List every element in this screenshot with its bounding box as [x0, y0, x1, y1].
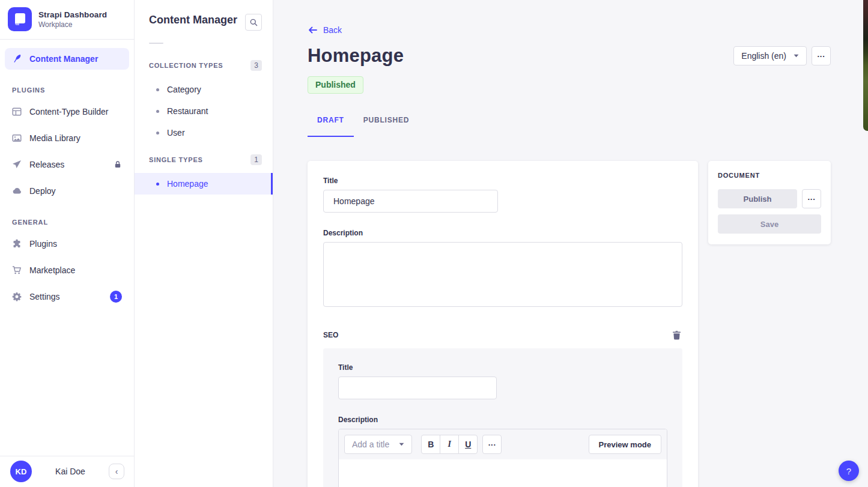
subnav-item-homepage[interactable]: Homepage	[135, 173, 273, 195]
tab-published[interactable]: PUBLISHED	[354, 116, 419, 137]
sidebar-item-media-library[interactable]: Media Library	[5, 127, 129, 149]
collapse-sidebar-button[interactable]: ‹	[109, 464, 124, 479]
user-name: Kai Doe	[32, 467, 109, 476]
sidebar-item-label: Content Manager	[29, 54, 98, 64]
seo-component-panel: Title Description Add a title	[323, 348, 682, 487]
sidebar-item-plugins[interactable]: Plugins	[5, 233, 129, 255]
description-field-label: Description	[323, 229, 682, 237]
title-field-label: Title	[323, 177, 682, 185]
general-section-label: GENERAL	[5, 207, 129, 233]
back-link[interactable]: Back	[308, 25, 342, 35]
ellipsis-icon: ···	[488, 440, 496, 449]
seo-description-label: Description	[338, 416, 667, 424]
workspace-brand[interactable]: Strapi Dashboard Workplace	[0, 0, 134, 39]
feather-pen-icon	[12, 54, 22, 64]
editor-content-area[interactable]	[339, 459, 667, 487]
collection-types-header: COLLECTION TYPES 3	[135, 59, 273, 72]
sidebar-item-label: Content-Type Builder	[29, 107, 109, 116]
cart-icon	[12, 265, 22, 275]
version-tabs: DRAFT PUBLISHED	[308, 116, 831, 137]
bullet-icon	[156, 88, 159, 91]
chevron-left-icon: ‹	[115, 467, 118, 476]
seo-component: SEO Title Description	[323, 329, 682, 487]
publish-button[interactable]: Publish	[718, 189, 797, 208]
layout-icon	[12, 107, 22, 116]
document-panel-heading: DOCUMENT	[718, 172, 821, 179]
bullet-icon	[156, 132, 159, 135]
bullet-icon	[156, 183, 159, 186]
italic-button[interactable]: I	[440, 435, 459, 454]
bullet-icon	[156, 110, 159, 113]
search-button[interactable]	[245, 14, 262, 31]
sidebar-item-marketplace[interactable]: Marketplace	[5, 259, 129, 281]
user-row: KD Kai Doe ‹	[0, 456, 134, 487]
avatar[interactable]: KD	[10, 461, 32, 482]
bold-button[interactable]: B	[421, 435, 440, 454]
locale-select-value: English (en)	[741, 51, 786, 61]
sidebar-item-label: Media Library	[29, 133, 80, 143]
strapi-logo-icon	[8, 7, 32, 31]
sidebar-item-releases[interactable]: Releases	[5, 154, 129, 175]
seo-heading: SEO	[323, 331, 338, 339]
heading-select-placeholder: Add a title	[352, 440, 389, 449]
chevron-down-icon	[794, 54, 799, 58]
subnav-item-user[interactable]: User	[135, 122, 273, 144]
ellipsis-icon: ···	[808, 195, 816, 204]
paper-plane-icon	[12, 160, 22, 169]
main-nav: Content Manager PLUGINS Content-Type Bui…	[0, 40, 134, 456]
edit-form-card: Title Description SEO	[308, 161, 698, 487]
gear-icon	[12, 292, 22, 301]
sidebar-item-content-manager[interactable]: Content Manager	[5, 48, 129, 70]
header-more-button[interactable]: ···	[812, 46, 831, 65]
sidebar-item-label: Marketplace	[29, 265, 75, 275]
sidebar-item-deploy[interactable]: Deploy	[5, 180, 129, 202]
title-input[interactable]	[323, 190, 498, 213]
page-title: Homepage	[308, 45, 404, 67]
subnav-item-category[interactable]: Category	[135, 79, 273, 100]
single-types-header: SINGLE TYPES 1	[135, 153, 273, 166]
back-label: Back	[323, 25, 342, 35]
main-content: Back Homepage English (en) ··· Published…	[273, 0, 868, 487]
settings-notification-badge: 1	[110, 291, 122, 303]
seo-title-label: Title	[338, 363, 667, 372]
collection-types-count-badge: 3	[250, 60, 262, 71]
editor-more-button[interactable]: ···	[482, 435, 502, 454]
single-types-list: Homepage	[135, 173, 273, 195]
sidebar-item-label: Plugins	[29, 239, 57, 249]
preview-mode-button[interactable]: Preview mode	[589, 435, 661, 454]
subnav-item-restaurant[interactable]: Restaurant	[135, 100, 273, 122]
plugins-section-label: PLUGINS	[5, 74, 129, 101]
sidebar-item-settings[interactable]: Settings 1	[5, 286, 129, 307]
subnav-title: Content Manager	[149, 14, 237, 26]
subnav-item-label: Restaurant	[167, 106, 208, 116]
brand-name: Strapi Dashboard	[38, 10, 107, 19]
sidebar-item-label: Releases	[29, 160, 64, 169]
chevron-down-icon	[399, 443, 404, 446]
document-more-button[interactable]: ···	[802, 189, 821, 208]
document-panel: DOCUMENT Publish ··· Save	[708, 161, 831, 244]
locale-select[interactable]: English (en)	[733, 46, 807, 65]
sidebar-item-content-type-builder[interactable]: Content-Type Builder	[5, 101, 129, 123]
subnav-item-label: Category	[167, 85, 201, 94]
subnav-item-label: User	[167, 128, 185, 138]
seo-title-field: Title	[338, 363, 667, 399]
title-field: Title	[323, 177, 682, 213]
delete-component-button[interactable]	[671, 329, 682, 341]
save-button[interactable]: Save	[718, 214, 821, 234]
underline-button[interactable]: U	[458, 435, 478, 454]
help-button[interactable]: ?	[839, 461, 859, 481]
single-types-count-badge: 1	[250, 154, 262, 165]
divider	[149, 43, 163, 44]
lock-icon	[114, 160, 122, 169]
puzzle-icon	[12, 239, 22, 249]
description-textarea[interactable]	[323, 242, 682, 307]
heading-select[interactable]: Add a title	[344, 435, 412, 454]
seo-title-input[interactable]	[338, 377, 497, 399]
single-types-label: SINGLE TYPES	[149, 156, 203, 163]
status-badge: Published	[308, 76, 363, 94]
tab-draft[interactable]: DRAFT	[308, 116, 354, 137]
description-field: Description	[323, 229, 682, 309]
trash-icon	[672, 330, 681, 340]
collection-types-list: Category Restaurant User	[135, 79, 273, 144]
format-button-group: B I U	[421, 435, 478, 454]
